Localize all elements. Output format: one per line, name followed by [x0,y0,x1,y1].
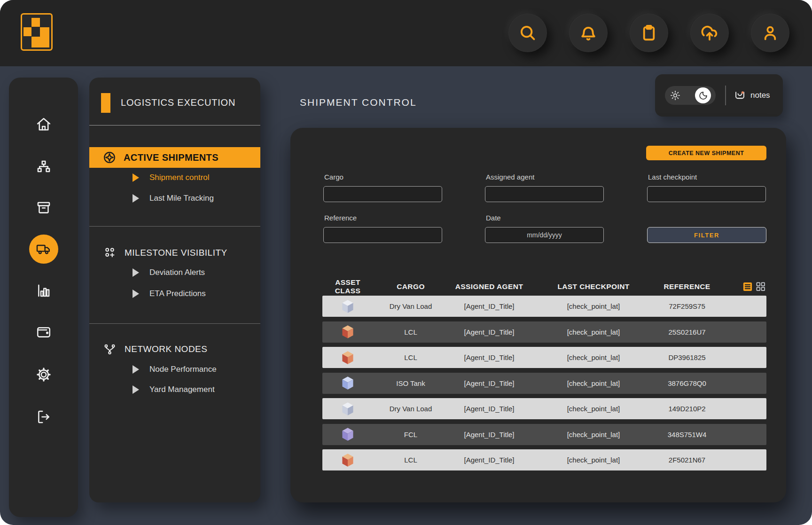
shipments-table: ASSET CLASS CARGO ASSIGNED AGENT LAST CH… [322,278,766,475]
triangle-bullet-icon [133,173,139,182]
asset-class-cell [322,402,373,416]
sidebar-item-label: Shipment control [149,173,210,182]
cargo-box-icon [341,351,354,365]
cargo-box-icon [341,453,354,467]
reference-cell: 3876G78Q0 [657,379,717,387]
cargo-box-icon [341,376,354,390]
table-header: ASSET CLASS CARGO ASSIGNED AGENT LAST CH… [322,278,766,294]
list-view-icon[interactable] [743,282,752,291]
date-input[interactable] [485,227,604,243]
view-toggles [717,282,766,291]
sidebar-item-node-performance[interactable]: Node Performance [89,362,260,376]
nav-rail-item-archive[interactable] [33,197,54,218]
sidebar-item-shipment-control[interactable]: Shipment control [89,171,260,185]
field-label-date: Date [486,214,501,222]
create-new-shipment-button[interactable]: CREATE NEW SHIPMENT [646,146,766,160]
upload-button[interactable] [690,14,729,52]
nav-rail-item-settings[interactable] [33,364,54,385]
table-row[interactable]: Dry Van Load [Agent_ID_Title] [check_poi… [322,296,766,317]
cargo-cell: LCL [373,456,448,464]
reference-cell: 2F5021N67 [657,456,717,464]
shipment-table-body: Dry Van Load [Agent_ID_Title] [check_poi… [322,296,766,470]
notifications-button[interactable] [569,14,608,52]
cargo-input[interactable] [323,186,442,202]
table-row[interactable]: FCL [Agent_ID_Title] [check_point_lat] 3… [322,424,766,445]
table-row[interactable]: LCL [Agent_ID_Title] [check_point_lat] 2… [322,321,766,343]
assigned-agent-cell: [Agent_ID_Title] [448,353,530,361]
assigned-agent-cell: [Agent_ID_Title] [448,328,530,336]
grid-view-icon[interactable] [756,282,765,291]
nav-rail-item-analytics[interactable] [33,280,54,301]
sidebar-item-deviation-alerts[interactable]: Deviation Alerts [89,266,260,280]
nav-rail [9,78,78,517]
reference-cell: 149D210P2 [657,405,717,413]
nav-rail-item-network[interactable] [33,157,54,177]
last-checkpoint-input[interactable] [647,186,766,202]
cargo-box-icon [341,427,354,441]
table-row[interactable]: ISO Tank [Agent_ID_Title] [check_point_l… [322,373,766,394]
logout-icon [36,409,52,425]
sidebar-section-active-shipments[interactable]: ACTIVE SHIPMENTS [89,147,260,168]
clipboard-icon [640,24,658,42]
sidebar-item-last-mile-tracking[interactable]: Last Mile Tracking [89,191,260,205]
cargo-cell: FCL [373,431,448,439]
reference-cell: 25S0216U7 [657,328,717,336]
last-checkpoint-cell: [check_point_lat] [530,302,657,310]
nav-rail-item-home[interactable] [33,114,54,135]
last-checkpoint-cell: [check_point_lat] [530,431,657,439]
asset-class-cell [322,325,373,339]
triangle-bullet-icon [133,385,139,394]
cargo-cell: Dry Van Load [373,405,448,413]
reference-cell: 348S751W4 [657,431,717,439]
sun-icon [670,90,681,101]
field-label-reference: Reference [324,214,357,222]
archive-box-icon [36,199,52,215]
last-checkpoint-cell: [check_point_lat] [530,456,657,464]
profile-button[interactable] [751,14,789,52]
bar-chart-icon [36,282,52,298]
field-label-last-checkpoint: Last checkpoint [648,173,697,181]
assigned-agent-cell: [Agent_ID_Title] [448,379,530,387]
reference-input[interactable] [323,227,442,243]
sidebar-section-milestone-visibility[interactable]: MILESTONE VISIBILITY [89,245,260,261]
filter-button[interactable]: FILTER [647,227,766,243]
assigned-agent-cell: [Agent_ID_Title] [448,431,530,439]
logo-tile [31,18,39,27]
sitemap-icon [36,159,52,175]
search-button[interactable] [508,14,547,52]
cargo-cell: LCL [373,328,448,336]
nav-rail-item-logout[interactable] [33,407,54,427]
theme-toggle[interactable] [665,86,716,105]
app-window: LOGISTICS EXECUTION ACTIVE SHIPMENTS Shi… [0,0,812,525]
divider [89,323,260,324]
triangle-bullet-icon [133,290,139,298]
triangle-bullet-icon [133,268,139,277]
assigned-agent-cell: [Agent_ID_Title] [448,405,530,413]
user-icon [761,24,779,42]
company-logo[interactable] [21,13,53,51]
table-row[interactable]: LCL [Agent_ID_Title] [check_point_lat] 2… [322,449,766,470]
sidebar-item-eta-predictions[interactable]: ETA Predictions [89,287,260,301]
wallet-icon [36,324,52,340]
sidebar-item-label: Deviation Alerts [149,268,205,277]
table-row[interactable]: Dry Van Load [Agent_ID_Title] [check_poi… [322,398,766,419]
sidebar-section-network-nodes[interactable]: NETWORK NODES [89,341,260,357]
sidebar-item-yard-management[interactable]: Yard Management [89,383,260,397]
divider [89,125,260,125]
last-checkpoint-cell: [check_point_lat] [530,379,657,387]
assigned-agent-input[interactable] [485,186,604,202]
clipboard-button[interactable] [630,14,668,52]
triangle-bullet-icon [133,194,139,203]
last-checkpoint-cell: [check_point_lat] [530,353,657,361]
notes-button[interactable]: notes [734,89,770,102]
sidebar-item-label: Last Mile Tracking [149,194,214,203]
nav-rail-item-shipments[interactable] [29,235,58,264]
topbar-actions [508,14,789,52]
nav-rail-item-wallet[interactable] [33,321,54,342]
column-header-reference: REFERENCE [657,282,717,291]
logo-tile [40,27,49,47]
reference-cell: DP3961825 [657,353,717,361]
table-row[interactable]: LCL [Agent_ID_Title] [check_point_lat] D… [322,347,766,368]
shipment-control-panel: CREATE NEW SHIPMENT Cargo Assigned agent… [290,128,786,502]
sidebar-item-label: ETA Predictions [149,289,206,298]
